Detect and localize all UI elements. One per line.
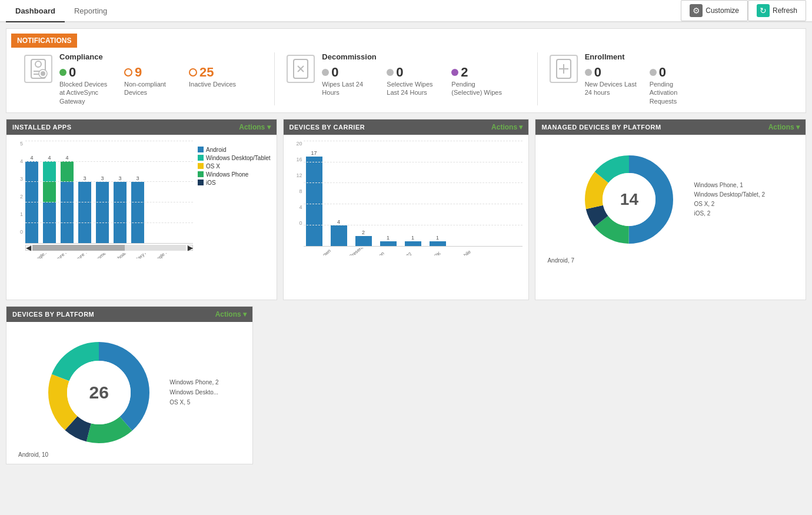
new-devices-count: 0 <box>585 65 638 80</box>
bar-chrome[interactable]: 3 <box>78 175 91 244</box>
devices-platform-header: DEVICES BY PLATFORM Actions ▾ <box>6 307 252 322</box>
compliance-items: 0 Blocked Devices at ActiveSync Gateway … <box>59 65 262 105</box>
decommission-title: Decommission <box>322 52 525 61</box>
wipes-label: Wipes Last 24 Hours <box>322 80 375 97</box>
managed-donut-total: 14 <box>620 190 638 209</box>
gray-dot <box>322 69 329 76</box>
bar-googleplay[interactable]: 3 <box>131 175 144 244</box>
gear-icon: ⚙ <box>690 4 703 17</box>
noncompliant-item[interactable]: 9 Non-compliant Devices <box>124 65 177 105</box>
carrier-bar-notpresent[interactable]: 4 <box>331 219 347 247</box>
pending-wipes-item[interactable]: 2 Pending (Selective) Wipes <box>451 65 504 97</box>
notifications-panel: NOTIFICATIONS Compliance 0 <box>6 28 806 113</box>
y-label-3: 3 <box>20 176 23 182</box>
blocked-count: 0 <box>59 65 112 80</box>
top-nav: Dashboard Reporting ⚙ Customize ↻ Refres… <box>0 0 812 22</box>
platform-donut-chart: 26 <box>40 334 158 451</box>
gray-dot2 <box>387 69 394 76</box>
enrollment-title: Enrollment <box>585 52 788 61</box>
svg-point-1 <box>35 61 41 67</box>
x-label-securehub: Secure Hub <box>51 253 64 258</box>
carrier-y-20: 20 <box>297 141 302 147</box>
devices-platform-title: DEVICES BY PLATFORM <box>12 311 94 318</box>
noncompliant-count: 9 <box>124 65 177 80</box>
new-devices-item[interactable]: 0 New Devices Last 24 hours <box>585 65 638 105</box>
carrier-y-12: 12 <box>297 172 302 178</box>
inactive-label: Inactive Devices <box>189 80 236 88</box>
legend-ios: iOS <box>198 180 271 186</box>
tab-reporting[interactable]: Reporting <box>65 1 117 22</box>
bar-secureweb[interactable]: 4 <box>61 155 74 244</box>
carrier-x-00022: 000-22 <box>398 250 414 255</box>
pending-wipes-label: Pending (Selective) Wipes <box>451 80 504 97</box>
carrier-y-16: 16 <box>297 157 302 162</box>
devices-by-platform-widget: DEVICES BY PLATFORM Actions ▾ <box>6 306 253 464</box>
managed-donut-legend: Windows Phone, 1 Windows Desktop/Tablet,… <box>694 182 765 217</box>
enrollment-section: Enrollment 0 New Devices Last 24 hours <box>538 52 800 105</box>
platform-donut-legend: Windows Phone, 2 Windows Deskto... OS X,… <box>169 379 218 406</box>
installed-apps-actions[interactable]: Actions ▾ <box>239 123 270 131</box>
selective-wipes-item[interactable]: 0 Selective Wipes Last 24 Hours <box>387 65 440 97</box>
bar-securehub[interactable]: 4 <box>43 155 56 244</box>
new-devices-label: New Devices Last 24 hours <box>585 80 638 97</box>
refresh-button[interactable]: ↻ Refresh <box>748 0 806 21</box>
installed-apps-widget: INSTALLED APPS Actions ▾ 5 4 3 2 1 0 <box>6 119 277 300</box>
pending-wipes-count: 2 <box>451 65 504 80</box>
widgets-row-2: DEVICES BY PLATFORM Actions ▾ <box>6 306 806 464</box>
customize-button[interactable]: ⚙ Customize <box>681 0 748 21</box>
legend-windows-desktop: Windows Desktop/Tablet <box>198 155 271 161</box>
gray-dot4 <box>650 69 657 76</box>
scroll-right-btn[interactable]: ▶ <box>187 245 193 251</box>
widgets-row-1: INSTALLED APPS Actions ▾ 5 4 3 2 1 0 <box>6 119 806 300</box>
managed-devices-widget: MANAGED DEVICES BY PLATFORM Actions ▾ <box>535 119 806 300</box>
platform-legend-android: Android, 10 <box>12 451 247 458</box>
blocked-devices-item[interactable]: 0 Blocked Devices at ActiveSync Gateway <box>59 65 112 105</box>
svg-point-5 <box>41 71 45 76</box>
carrier-actions[interactable]: Actions ▾ <box>491 123 523 131</box>
compliance-section: Compliance 0 Blocked Devices at ActiveSy… <box>12 52 275 105</box>
carrier-bar-verizon[interactable]: 2 <box>355 230 372 247</box>
notifications-header: NOTIFICATIONS <box>11 34 77 48</box>
wipes-item[interactable]: 0 Wipes Last 24 Hours <box>322 65 375 97</box>
managed-legend-android: Android, 7 <box>541 257 800 264</box>
x-label-galaxyapps: Galaxy Apps <box>131 253 144 258</box>
carrier-x-verizon: Verizon <box>370 250 385 255</box>
decommission-section: Decommission 0 Wipes Last 24 Hours <box>275 52 537 105</box>
managed-devices-body: 14 Windows Phone, 1 Windows Desktop/Tabl… <box>535 135 806 300</box>
inactive-item[interactable]: 25 Inactive Devices <box>189 65 236 105</box>
managed-legend-windesktop: Windows Desktop/Tablet, 2 <box>694 191 765 198</box>
notifications-body: Compliance 0 Blocked Devices at ActiveSy… <box>6 48 806 112</box>
managed-devices-header: MANAGED DEVICES BY PLATFORM Actions ▾ <box>535 119 806 135</box>
bar-google[interactable]: 4 <box>25 155 38 244</box>
purple-dot <box>451 69 458 76</box>
inactive-count: 25 <box>189 65 236 80</box>
devices-by-carrier-widget: DEVICES BY CARRIER Actions ▾ 20 16 12 8 … <box>283 119 530 300</box>
carrier-bar-00022[interactable]: 1 <box>380 235 397 247</box>
blocked-label: Blocked Devices at ActiveSync Gateway <box>59 80 112 105</box>
android-color <box>198 147 204 152</box>
pending-activation-label: Pending Activation Requests <box>650 80 703 105</box>
carrier-title: DEVICES BY CARRIER <box>289 124 365 131</box>
green-dot <box>59 69 66 76</box>
selective-wipes-count: 0 <box>387 65 440 80</box>
wipes-count: 0 <box>322 65 375 80</box>
tab-dashboard[interactable]: Dashboard <box>6 1 65 22</box>
devices-platform-actions[interactable]: Actions ▾ <box>215 310 247 318</box>
carrier-bar-tmobile[interactable]: 1 <box>430 235 446 247</box>
carrier-x-tmobile: T-Mobile <box>454 250 470 255</box>
bar-flipboard[interactable]: 3 <box>96 175 109 244</box>
pending-activation-item[interactable]: 0 Pending Activation Requests <box>650 65 703 105</box>
legend-osx: OS X <box>198 163 271 170</box>
orange-circle-dot <box>124 68 132 77</box>
x-label-secureweb: Secure Web <box>71 253 84 258</box>
compliance-icon <box>24 55 52 83</box>
carrier-bar-unknown[interactable]: 17 <box>306 150 322 247</box>
scroll-left-btn[interactable]: ◀ <box>25 245 31 251</box>
carrier-bar-000pk[interactable]: 1 <box>405 235 421 247</box>
scrollbar-track[interactable] <box>32 245 186 251</box>
installed-apps-header: INSTALLED APPS Actions ▾ <box>6 119 277 135</box>
managed-devices-title: MANAGED DEVICES BY PLATFORM <box>541 124 661 131</box>
bar-galaxyapps[interactable]: 3 <box>114 175 127 244</box>
managed-devices-actions[interactable]: Actions ▾ <box>768 123 800 131</box>
devices-platform-body: 26 Windows Phone, 2 Windows Deskto... OS… <box>6 322 252 464</box>
